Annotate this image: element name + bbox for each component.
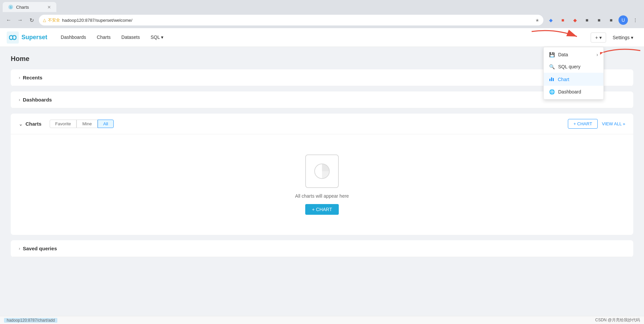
status-right-text: CSDN @月亮给我抄代码 [595, 317, 640, 323]
dropdown-sql-label: SQL query [558, 64, 580, 69]
browser-tab-bar: S Charts ✕ [0, 0, 644, 12]
data-arrow-icon: › [596, 52, 598, 57]
menu-btn[interactable]: ⋮ [631, 15, 640, 25]
navbar-right: + ▾ Settings ▾ [591, 33, 637, 43]
tab-title: Charts [16, 5, 29, 10]
extension-btn-6[interactable]: ■ [606, 15, 616, 25]
pie-chart-svg [312, 161, 332, 181]
dropdown-dashboard-label: Dashboard [558, 89, 581, 94]
address-bar[interactable]: △ 不安全 hadoop120:8787/superset/welcome/ ★ [39, 15, 543, 25]
saved-queries-title: Saved queries [23, 246, 57, 251]
recents-header[interactable]: › Recents [11, 69, 633, 86]
dropdown-chart-label: Chart [558, 77, 569, 82]
lock-label: 不安全 [48, 17, 60, 23]
nav-buttons: ← → ↻ [4, 15, 36, 25]
charts-empty-state: All charts will appear here + CHART [11, 134, 633, 235]
charts-tab-buttons: Favorite Mine All [50, 120, 114, 128]
dropdown-menu: 💾 Data › 🔍 SQL query Chart [543, 47, 604, 100]
extension-btn-4[interactable]: ■ [582, 15, 592, 25]
recents-section: › Recents [11, 69, 633, 86]
plus-label: + ▾ [595, 35, 601, 40]
charts-chevron: ⌄ [19, 121, 23, 127]
star-icon[interactable]: ★ [535, 18, 539, 23]
nav-sql[interactable]: SQL ▾ [145, 28, 169, 47]
add-chart-center-label: + CHART [312, 207, 332, 212]
dashboards-chevron: › [19, 98, 20, 102]
extension-btn-5[interactable]: ■ [594, 15, 604, 25]
nav-charts[interactable]: Charts [92, 28, 116, 47]
browser-tab[interactable]: S Charts ✕ [3, 2, 56, 12]
svg-rect-4 [549, 79, 550, 81]
navbar: Superset Dashboards Charts Datasets SQL … [0, 28, 644, 47]
charts-header-left: ⌄ Charts Favorite Mine All [19, 120, 114, 128]
dropdown-data-label: Data [558, 52, 568, 57]
status-bar: hadoop120:8787/chart/add CSDN @月亮给我抄代码 [0, 316, 644, 324]
browser-actions: ◆ ■ ◆ ■ ■ ■ U ⋮ [546, 15, 640, 25]
tab-mine[interactable]: Mine [76, 120, 97, 128]
add-chart-center-button[interactable]: + CHART [305, 204, 339, 215]
dashboards-section: › Dashboards [11, 91, 633, 108]
bar-chart-icon [549, 76, 554, 82]
settings-label: Settings ▾ [613, 35, 633, 40]
forward-button[interactable]: → [15, 15, 25, 25]
url-text: hadoop120:8787/superset/welcome/ [62, 18, 132, 23]
dropdown-data[interactable]: 💾 Data › [544, 49, 603, 61]
tab-close[interactable]: ✕ [47, 5, 51, 10]
extension-btn-2[interactable]: ■ [558, 15, 568, 25]
database-icon: 💾 [549, 52, 555, 57]
page-title: Home [11, 55, 633, 63]
lock-icon: △ [43, 18, 46, 22]
nav-datasets[interactable]: Datasets [116, 28, 145, 47]
extension-btn-3[interactable]: ◆ [570, 15, 580, 25]
globe-icon: 🌐 [549, 89, 555, 94]
superset-logo-icon [7, 31, 19, 44]
dashboards-header[interactable]: › Dashboards [11, 91, 633, 108]
plus-button[interactable]: + ▾ [591, 33, 606, 43]
tab-favorite[interactable]: Favorite [50, 120, 77, 128]
navbar-links: Dashboards Charts Datasets SQL ▾ [55, 28, 169, 47]
status-url: hadoop120:8787/chart/add [4, 318, 57, 323]
settings-button[interactable]: Settings ▾ [609, 33, 637, 42]
recents-title: Recents [23, 75, 42, 80]
brand-name: Superset [21, 34, 47, 41]
browser-chrome: ← → ↻ △ 不安全 hadoop120:8787/superset/welc… [0, 12, 644, 28]
app: Superset Dashboards Charts Datasets SQL … [0, 28, 644, 324]
profile-btn[interactable]: U [619, 15, 628, 25]
view-all-button[interactable]: VIEW ALL » [602, 121, 625, 126]
svg-text:S: S [10, 6, 12, 9]
search-icon: 🔍 [549, 64, 555, 69]
dropdown-dashboard[interactable]: 🌐 Dashboard [544, 86, 603, 98]
back-button[interactable]: ← [4, 15, 13, 25]
charts-section: ⌄ Charts Favorite Mine All + CHART VIEW … [11, 114, 633, 235]
saved-queries-header[interactable]: › Saved queries [11, 240, 633, 257]
recents-chevron: › [19, 75, 20, 80]
reload-button[interactable]: ↻ [27, 15, 36, 25]
red-arrow-2 [600, 44, 644, 62]
svg-rect-6 [553, 78, 554, 81]
dashboards-title: Dashboards [23, 97, 52, 103]
saved-queries-section: › Saved queries [11, 240, 633, 257]
tab-favicon: S [8, 4, 13, 10]
charts-title: Charts [25, 121, 42, 127]
saved-queries-chevron: › [19, 246, 20, 251]
extension-btn-1[interactable]: ◆ [546, 15, 555, 25]
red-arrow-1 [528, 26, 582, 48]
empty-text: All charts will appear here [295, 193, 349, 199]
dropdown-chart[interactable]: Chart [544, 73, 603, 86]
dropdown-sql-query[interactable]: 🔍 SQL query [544, 61, 603, 73]
nav-dashboards[interactable]: Dashboards [55, 28, 92, 47]
add-chart-button[interactable]: + CHART [568, 119, 598, 129]
charts-header-right: + CHART VIEW ALL » [568, 119, 625, 129]
brand[interactable]: Superset [7, 31, 47, 44]
tab-all[interactable]: All [98, 120, 114, 128]
empty-chart-icon [305, 154, 339, 188]
svg-rect-5 [551, 77, 552, 81]
charts-header: ⌄ Charts Favorite Mine All + CHART VIEW … [11, 114, 633, 134]
